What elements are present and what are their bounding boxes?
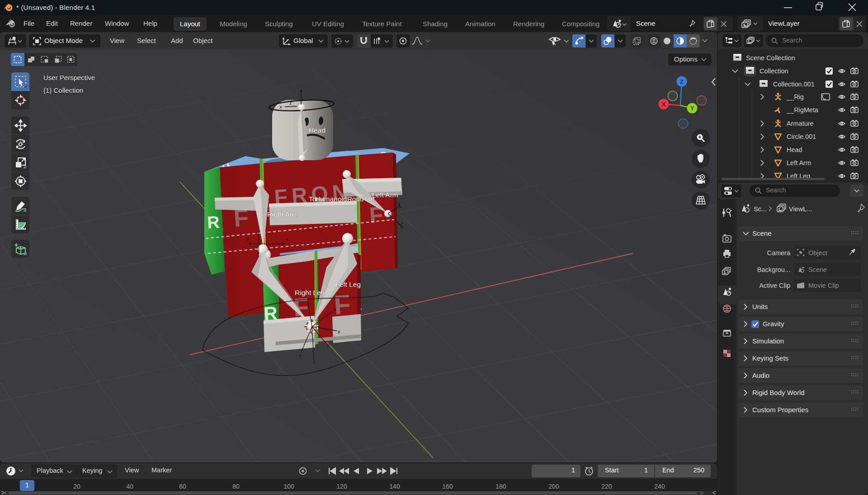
svg-text:Left Arm: Left Arm [372, 191, 398, 199]
svg-text:X: X [662, 101, 666, 108]
svg-text:240: 240 [654, 483, 665, 490]
svg-text:x: x [338, 329, 340, 334]
svg-text:Z: Z [680, 78, 684, 85]
svg-text:Object: Object [808, 249, 827, 257]
svg-text:40: 40 [126, 483, 133, 490]
svg-text:x: x [334, 306, 336, 312]
svg-text:Gravity: Gravity [763, 320, 784, 328]
svg-text:220: 220 [601, 483, 612, 490]
svg-text:Audio: Audio [752, 371, 769, 379]
svg-text:Y: Y [298, 353, 302, 359]
svg-text:Head: Head [787, 146, 802, 153]
svg-text:Collection: Collection [760, 67, 788, 75]
svg-text:Movie Clip: Movie Clip [808, 282, 839, 289]
svg-text:Keying Sets: Keying Sets [752, 354, 788, 362]
svg-text:80: 80 [232, 483, 240, 490]
svg-text:Scene: Scene [808, 266, 827, 273]
svg-text:R: R [207, 213, 220, 232]
svg-text:x: x [286, 237, 288, 242]
svg-text:Scene: Scene [752, 229, 772, 237]
svg-text:Rigid Body World: Rigid Body World [752, 389, 805, 396]
svg-text:Right Arm: Right Arm [267, 210, 298, 218]
svg-text:20: 20 [73, 483, 80, 490]
svg-text:Custom Properties: Custom Properties [752, 406, 808, 414]
svg-text:Head: Head [309, 126, 326, 134]
svg-text:140: 140 [389, 483, 400, 490]
svg-text:Left Arm: Left Arm [787, 159, 811, 167]
svg-text:200: 200 [548, 483, 559, 490]
svg-text:Left Leg: Left Leg [335, 281, 361, 288]
svg-text:160: 160 [442, 483, 453, 490]
svg-text:Armature: Armature [787, 120, 814, 127]
svg-text:Circle.001: Circle.001 [787, 133, 816, 140]
svg-text:__RigMeta: __RigMeta [786, 106, 819, 114]
svg-text:60: 60 [179, 483, 186, 490]
svg-text:Simulation: Simulation [752, 337, 784, 345]
svg-text:100: 100 [283, 483, 294, 490]
svg-text:Right Leg: Right Leg [295, 289, 325, 296]
svg-text:Active Clip: Active Clip [760, 282, 791, 289]
svg-text:Backgrou...: Backgrou... [757, 266, 790, 273]
svg-text:Scene Collection: Scene Collection [746, 54, 795, 62]
svg-text:z: z [289, 100, 292, 105]
svg-text:Collection.001: Collection.001 [773, 81, 815, 88]
svg-text:__Rig: __Rig [786, 93, 804, 100]
svg-text:Units: Units [752, 303, 768, 310]
svg-text:Camera: Camera [767, 249, 791, 257]
svg-text:180: 180 [495, 483, 506, 490]
svg-text:z: z [246, 236, 249, 241]
svg-text:HumanoidRootPart: HumanoidRootPart [315, 195, 375, 203]
svg-text:x: x [279, 104, 282, 109]
svg-text:Y: Y [326, 343, 330, 349]
svg-text:120: 120 [336, 483, 347, 490]
svg-text:Y: Y [690, 105, 694, 112]
